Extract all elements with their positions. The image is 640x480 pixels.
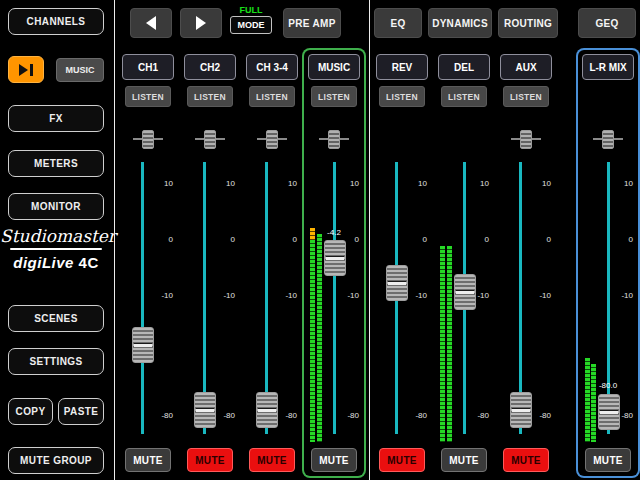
fader-value-label: -4.2: [304, 228, 364, 237]
pan-slider[interactable]: [319, 130, 349, 148]
fader: 100 -10-80: [118, 154, 178, 446]
pan-slider[interactable]: [511, 130, 541, 148]
brand-logo: Studiomaster digiLive 4C: [0, 226, 112, 271]
pan-cap[interactable]: [266, 130, 278, 149]
mute-group-button[interactable]: MUTE GROUP: [8, 447, 104, 474]
sidebar: CHANNELS MUSIC FX METERS MONITOR Studiom…: [0, 0, 112, 480]
mute-button[interactable]: MUTE: [585, 448, 631, 472]
dynamics-button[interactable]: DYNAMICS: [428, 8, 492, 38]
pan-slider[interactable]: [133, 130, 163, 148]
channel-name-button[interactable]: MUSIC: [308, 54, 360, 80]
fader: 100 -10-80: [434, 154, 494, 446]
fader-track[interactable]: [141, 162, 144, 434]
fader: 100 -10-80 -80.0: [578, 154, 638, 446]
music-player-button[interactable]: MUSIC: [56, 58, 104, 82]
pan-slider[interactable]: [195, 130, 225, 148]
prev-channels-button[interactable]: [130, 8, 172, 38]
mute-button[interactable]: MUTE: [441, 448, 487, 472]
preamp-button[interactable]: PRE AMP: [283, 8, 341, 38]
fader: 100 -10-80: [242, 154, 302, 446]
fader-cap[interactable]: [194, 392, 216, 428]
listen-button[interactable]: LISTEN: [311, 86, 357, 107]
mode-label: MODE: [230, 16, 272, 34]
fader-cap[interactable]: [324, 240, 346, 276]
channel-strip: CH2 LISTEN 100 -10-80 MUTE: [180, 50, 240, 476]
paste-button[interactable]: PASTE: [58, 398, 104, 425]
left-arrow-icon: [146, 16, 156, 30]
fader-cap[interactable]: [132, 327, 154, 363]
settings-button[interactable]: SETTINGS: [8, 348, 104, 375]
listen-button[interactable]: LISTEN: [125, 86, 171, 107]
fader: 100 -10-80 -4.2: [304, 154, 364, 446]
master-strip: L-R MIX 100 -10-80 -80.0 MUTE: [578, 50, 638, 476]
channel-strip: DEL LISTEN 100 -10-80 MUTE: [434, 50, 494, 476]
fx-button[interactable]: FX: [8, 105, 104, 132]
pan-cap[interactable]: [602, 130, 614, 149]
level-meter-right: [591, 364, 596, 442]
next-channels-button[interactable]: [180, 8, 222, 38]
meters-button[interactable]: METERS: [8, 150, 104, 177]
fader-track[interactable]: [333, 162, 336, 434]
group-divider: [369, 0, 370, 480]
fader-cap[interactable]: [510, 392, 532, 428]
play-pause-button[interactable]: [8, 56, 44, 83]
pan-cap[interactable]: [204, 130, 216, 149]
sidebar-divider: [114, 0, 115, 480]
mute-button[interactable]: MUTE: [125, 448, 171, 472]
eq-button[interactable]: EQ: [374, 8, 422, 38]
mute-button[interactable]: MUTE: [249, 448, 295, 472]
routing-button[interactable]: ROUTING: [498, 8, 558, 38]
right-arrow-icon: [196, 16, 206, 30]
mute-button[interactable]: MUTE: [379, 448, 425, 472]
channel-name-button[interactable]: CH1: [122, 54, 174, 80]
channel-name-button[interactable]: L-R MIX: [582, 54, 634, 80]
fader: 100 -10-80: [496, 154, 556, 446]
fader: 100 -10-80: [372, 154, 432, 446]
channels-button[interactable]: CHANNELS: [8, 8, 104, 35]
pan-slider[interactable]: [593, 130, 623, 148]
fader-cap[interactable]: [256, 392, 278, 428]
brand-model-number: 4C: [79, 254, 99, 271]
brand-model-text: digiLive 4C: [0, 254, 112, 271]
fader-cap[interactable]: [386, 265, 408, 301]
pan-slider[interactable]: [257, 130, 287, 148]
play-icon: [19, 64, 28, 76]
channel-name-button[interactable]: CH2: [184, 54, 236, 80]
fader: 100 -10-80: [180, 154, 240, 446]
fader-value-label: -80.0: [578, 381, 638, 390]
pause-bar-icon: [30, 64, 33, 76]
listen-button[interactable]: LISTEN: [187, 86, 233, 107]
brand-model-name: digiLive: [13, 254, 74, 271]
level-meter-left: [310, 240, 315, 442]
fader-cap[interactable]: [454, 274, 476, 310]
channel-name-button[interactable]: REV: [376, 54, 428, 80]
pan-cap[interactable]: [142, 130, 154, 149]
level-meter-left: [440, 246, 445, 442]
pan-cap[interactable]: [328, 130, 340, 149]
channel-strip: REV LISTEN 100 -10-80 MUTE: [372, 50, 432, 476]
fader-cap[interactable]: [598, 394, 620, 430]
scenes-button[interactable]: SCENES: [8, 305, 104, 332]
pan-cap[interactable]: [520, 130, 532, 149]
channel-strip-selected: MUSIC LISTEN 100 -10-80 -4.2 MUTE: [304, 50, 364, 476]
channel-name-button[interactable]: AUX: [500, 54, 552, 80]
channel-name-button[interactable]: DEL: [438, 54, 490, 80]
geq-button[interactable]: GEQ: [578, 8, 636, 38]
channel-strip: CH1 LISTEN 100 -10-80 MUTE: [118, 50, 178, 476]
listen-button[interactable]: LISTEN: [441, 86, 487, 107]
listen-button[interactable]: LISTEN: [503, 86, 549, 107]
brand-underline: [10, 248, 102, 250]
copy-button[interactable]: COPY: [8, 398, 53, 425]
level-meter-right: [317, 234, 322, 442]
channel-name-button[interactable]: CH 3-4: [246, 54, 298, 80]
monitor-button[interactable]: MONITOR: [8, 193, 104, 220]
mode-toggle[interactable]: FULL MODE: [230, 5, 272, 34]
level-meter-right: [447, 246, 452, 442]
mute-button[interactable]: MUTE: [311, 448, 357, 472]
level-meter-left: [585, 358, 590, 442]
mute-button[interactable]: MUTE: [503, 448, 549, 472]
channel-strip: AUX LISTEN 100 -10-80 MUTE: [496, 50, 556, 476]
mute-button[interactable]: MUTE: [187, 448, 233, 472]
listen-button[interactable]: LISTEN: [379, 86, 425, 107]
listen-button[interactable]: LISTEN: [249, 86, 295, 107]
